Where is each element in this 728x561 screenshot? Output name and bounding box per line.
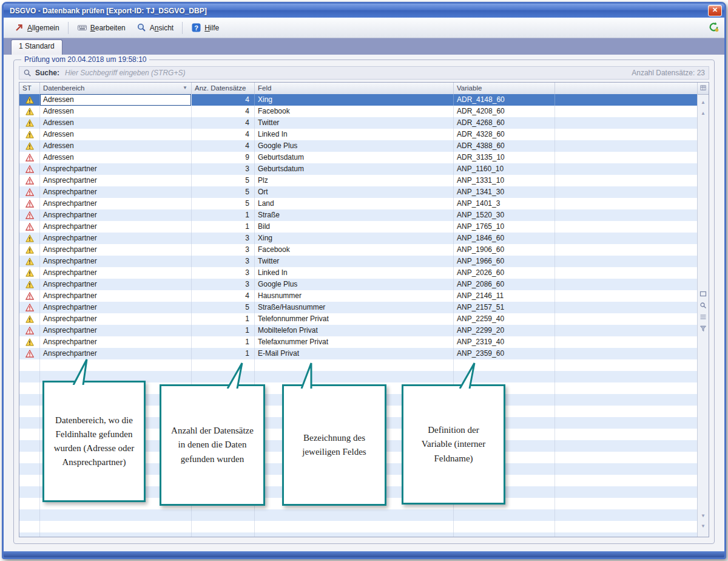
cell-datenbereich: Ansprechpartner bbox=[40, 198, 192, 209]
cell-variable: ANP_2259_40 bbox=[454, 313, 555, 325]
empty-row bbox=[19, 509, 698, 521]
title-bar[interactable]: DSGVO - Datenbank prüfen [Export-ID: TJ_… bbox=[4, 4, 724, 18]
window: DSGVO - Datenbank prüfen [Export-ID: TJ_… bbox=[2, 2, 726, 559]
callout-text: Datenbereich, wo die Feldinhalte gefunde… bbox=[53, 413, 135, 470]
cell-variable: ANP_2319_40 bbox=[454, 336, 555, 348]
status-warning-icon bbox=[25, 142, 34, 150]
cell-variable: ANP_1520_30 bbox=[454, 209, 555, 221]
cell-feld: Twitter bbox=[255, 117, 454, 129]
table-row[interactable]: Ansprechpartner3FacebookANP_1906_60 bbox=[19, 244, 698, 256]
window-title: DSGVO - Datenbank prüfen [Export-ID: TJ_… bbox=[10, 7, 708, 15]
table-row[interactable]: Adressen4TwitterADR_4268_60 bbox=[19, 117, 698, 129]
header-variable[interactable]: Variable bbox=[454, 83, 555, 94]
tab-standard[interactable]: 1 Standard bbox=[11, 39, 62, 55]
table-row[interactable]: Adressen4Google PlusADR_4388_60 bbox=[19, 140, 698, 152]
status-error-icon bbox=[25, 223, 34, 231]
cell-feld: Xing bbox=[255, 94, 454, 106]
table-row[interactable]: Ansprechpartner5LandANP_1401_3 bbox=[19, 198, 698, 209]
cell-variable: ANP_1341_30 bbox=[454, 186, 555, 198]
close-icon[interactable]: ✕ bbox=[708, 5, 722, 16]
column-chooser-icon bbox=[700, 85, 707, 92]
cell-empty bbox=[555, 129, 698, 140]
callout-datenbereich: Datenbereich, wo die Feldinhalte gefunde… bbox=[42, 381, 146, 502]
table-row[interactable]: Ansprechpartner4HausnummerANP_2146_11 bbox=[19, 290, 698, 302]
cell-anzahl: 3 bbox=[192, 256, 255, 267]
table-row[interactable]: Ansprechpartner3Google PlusANP_2086_60 bbox=[19, 279, 698, 290]
cell-empty bbox=[555, 209, 698, 221]
cell-empty bbox=[555, 198, 698, 209]
cell-anzahl: 5 bbox=[192, 186, 255, 198]
header-empty bbox=[555, 83, 698, 94]
header-anz-datensaetze[interactable]: Anz. Datensätze bbox=[192, 83, 255, 94]
empty-row bbox=[19, 521, 698, 532]
cell-anzahl: 3 bbox=[192, 233, 255, 244]
zoom-icon[interactable] bbox=[699, 302, 707, 309]
table-row[interactable]: Ansprechpartner5Straße/HausnummerANP_215… bbox=[19, 302, 698, 313]
table-row[interactable]: Ansprechpartner1Telefonnummer PrivatANP_… bbox=[19, 313, 698, 325]
table-row[interactable]: Ansprechpartner1E-Mail PrivatANP_2359_60 bbox=[19, 348, 698, 359]
cell-datenbereich: Ansprechpartner bbox=[40, 302, 192, 313]
menu-allgemein[interactable]: Allgemein bbox=[10, 21, 64, 35]
table-row[interactable]: Adressen4Linked InADR_4328_60 bbox=[19, 129, 698, 140]
table-row[interactable]: Ansprechpartner5OrtANP_1341_30 bbox=[19, 186, 698, 198]
table-row[interactable]: Ansprechpartner1Mobiltelefon PrivatANP_2… bbox=[19, 325, 698, 336]
scroll-down-line-icon[interactable]: ▼ bbox=[698, 523, 709, 529]
refresh-icon[interactable] bbox=[708, 21, 718, 32]
cell-datenbereich: Adressen bbox=[40, 106, 192, 117]
cell-feld: Twitter bbox=[255, 256, 454, 267]
column-chooser-button[interactable] bbox=[698, 83, 709, 95]
screen: DSGVO - Datenbank prüfen [Export-ID: TJ_… bbox=[0, 0, 728, 561]
status-warning-icon bbox=[25, 107, 34, 115]
header-datenbereich[interactable]: Datenbereich ▼ bbox=[40, 83, 192, 94]
data-grid: ST Datenbereich ▼ Anz. Datensätze Feld V… bbox=[19, 82, 709, 537]
table-row[interactable]: Ansprechpartner3GeburtsdatumANP_1160_10 bbox=[19, 163, 698, 175]
cell-variable: ANP_1966_60 bbox=[454, 256, 555, 267]
cell-datenbereich: Ansprechpartner bbox=[40, 233, 192, 244]
scroll-down-icon[interactable]: ▼ bbox=[698, 513, 709, 519]
table-row[interactable]: Ansprechpartner1StraßeANP_1520_30 bbox=[19, 209, 698, 221]
table-row[interactable]: Adressen9GeburtsdatumADR_3135_10 bbox=[19, 152, 698, 163]
table-row[interactable]: Ansprechpartner3TwitterANP_1966_60 bbox=[19, 256, 698, 267]
menu-hilfe[interactable]: ? Hilfe bbox=[187, 21, 223, 35]
table-row[interactable]: Adressen4FacebookADR_4208_60 bbox=[19, 106, 698, 117]
menu-toolbar: Allgemein Bearbeiten Ansicht ? Hil bbox=[4, 18, 724, 38]
help-icon: ? bbox=[191, 22, 201, 33]
band-box-icon[interactable] bbox=[699, 290, 707, 298]
scroll-up-line-icon[interactable]: ▲ bbox=[698, 110, 709, 117]
cell-datenbereich: Ansprechpartner bbox=[40, 279, 192, 290]
table-row[interactable]: Ansprechpartner1Telefaxnummer PrivatANP_… bbox=[19, 336, 698, 348]
table-row[interactable]: Ansprechpartner3Linked InANP_2026_60 bbox=[19, 267, 698, 279]
status-error-icon bbox=[25, 327, 34, 335]
table-row[interactable]: Ansprechpartner5PlzANP_1331_10 bbox=[19, 175, 698, 186]
search-input[interactable] bbox=[64, 68, 624, 78]
cell-feld: Straße bbox=[255, 209, 454, 221]
export-arrow-icon bbox=[14, 22, 24, 33]
groupbox-title: Prüfung vom 20.04.2018 um 19:58:10 bbox=[21, 55, 149, 64]
cell-anzahl: 4 bbox=[192, 106, 255, 117]
grid-tools bbox=[698, 290, 708, 332]
header-st[interactable]: ST bbox=[19, 83, 40, 94]
menu-bearbeiten[interactable]: Bearbeiten bbox=[73, 21, 130, 35]
cell-variable: ADR_4268_60 bbox=[454, 117, 555, 129]
cell-anzahl: 1 bbox=[192, 313, 255, 325]
filter-icon[interactable] bbox=[699, 325, 707, 332]
status-error-icon bbox=[25, 200, 34, 208]
status-error-icon bbox=[25, 177, 34, 185]
cell-anzahl: 3 bbox=[192, 267, 255, 279]
table-row[interactable]: Adressen4XingADR_4148_60 bbox=[19, 94, 698, 106]
grid-lines-icon[interactable] bbox=[699, 313, 707, 321]
cell-empty bbox=[555, 117, 698, 129]
cell-variable: ADR_4148_60 bbox=[454, 94, 555, 106]
table-row[interactable]: Ansprechpartner1BildANP_1765_10 bbox=[19, 221, 698, 233]
status-warning-icon bbox=[25, 315, 34, 323]
cell-variable: ANP_2026_60 bbox=[454, 267, 555, 279]
cell-feld: Plz bbox=[255, 175, 454, 186]
table-row[interactable]: Ansprechpartner3XingANP_1846_60 bbox=[19, 233, 698, 244]
status-warning-icon bbox=[25, 119, 34, 127]
cell-feld: Telefaxnummer Privat bbox=[255, 336, 454, 348]
scroll-up-icon[interactable]: ▲ bbox=[698, 100, 709, 106]
status-warning-icon bbox=[25, 280, 34, 288]
menu-ansicht[interactable]: Ansicht bbox=[132, 21, 178, 35]
cell-datenbereich: Adressen bbox=[40, 94, 192, 106]
header-feld[interactable]: Feld bbox=[255, 83, 454, 94]
